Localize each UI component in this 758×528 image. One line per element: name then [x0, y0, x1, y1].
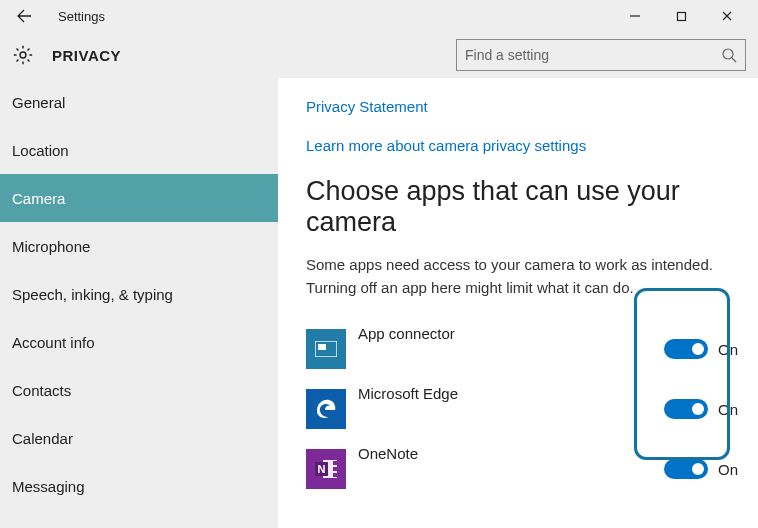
minimize-icon [629, 10, 641, 22]
sidebar: General Location Camera Microphone Speec… [0, 78, 278, 528]
sidebar-item-microphone[interactable]: Microphone [0, 222, 278, 270]
svg-line-4 [732, 58, 736, 62]
close-icon [721, 10, 733, 22]
gear-icon [12, 44, 34, 66]
sidebar-item-label: Messaging [12, 478, 85, 495]
sidebar-item-label: Location [12, 142, 69, 159]
onenote-icon: N [306, 449, 346, 489]
toggle-microsoft-edge[interactable] [664, 399, 708, 419]
svg-point-3 [723, 49, 733, 59]
sidebar-item-label: Calendar [12, 430, 73, 447]
toggle-label: On [718, 461, 738, 478]
sidebar-item-general[interactable]: General [0, 78, 278, 126]
svg-rect-9 [333, 467, 337, 471]
sidebar-item-calendar[interactable]: Calendar [0, 414, 278, 462]
header-row: PRIVACY [0, 32, 758, 78]
app-row-app-connector: App connector On [306, 319, 758, 379]
svg-text:N: N [318, 463, 326, 475]
maximize-button[interactable] [658, 0, 704, 32]
sidebar-item-label: General [12, 94, 65, 111]
sidebar-item-account-info[interactable]: Account info [0, 318, 278, 366]
search-box[interactable] [456, 39, 746, 71]
svg-rect-10 [333, 473, 337, 477]
sidebar-item-messaging[interactable]: Messaging [0, 462, 278, 510]
sidebar-item-label: Camera [12, 190, 65, 207]
svg-rect-1 [677, 12, 685, 20]
sidebar-item-label: Speech, inking, & typing [12, 286, 173, 303]
svg-rect-6 [318, 344, 326, 350]
learn-more-link[interactable]: Learn more about camera privacy settings [306, 137, 758, 154]
search-icon [721, 47, 737, 63]
close-button[interactable] [704, 0, 750, 32]
page-title: PRIVACY [52, 47, 121, 64]
back-button[interactable] [8, 0, 40, 32]
svg-rect-8 [333, 461, 337, 465]
search-input[interactable] [465, 47, 721, 63]
title-bar: Settings [0, 0, 758, 32]
app-name: App connector [358, 319, 664, 342]
edge-icon [306, 389, 346, 429]
window-title: Settings [58, 9, 105, 24]
arrow-left-icon [16, 8, 32, 24]
app-row-microsoft-edge: Microsoft Edge On [306, 379, 758, 439]
toggle-onenote[interactable] [664, 459, 708, 479]
sidebar-item-speech-inking-typing[interactable]: Speech, inking, & typing [0, 270, 278, 318]
sidebar-item-camera[interactable]: Camera [0, 174, 278, 222]
privacy-statement-link[interactable]: Privacy Statement [306, 98, 758, 115]
svg-point-2 [20, 52, 26, 58]
toggle-label: On [718, 341, 738, 358]
section-description: Some apps need access to your camera to … [306, 254, 758, 299]
toggle-app-connector[interactable] [664, 339, 708, 359]
toggle-label: On [718, 401, 738, 418]
maximize-icon [676, 11, 687, 22]
sidebar-item-location[interactable]: Location [0, 126, 278, 174]
sidebar-item-label: Microphone [12, 238, 90, 255]
sidebar-item-contacts[interactable]: Contacts [0, 366, 278, 414]
app-connector-icon [306, 329, 346, 369]
main-content: Privacy Statement Learn more about camer… [278, 78, 758, 528]
sidebar-item-label: Account info [12, 334, 95, 351]
app-name: OneNote [358, 439, 664, 462]
sidebar-item-label: Contacts [12, 382, 71, 399]
minimize-button[interactable] [612, 0, 658, 32]
app-row-onenote: N OneNote On [306, 439, 758, 499]
section-heading: Choose apps that can use your camera [306, 176, 758, 238]
app-name: Microsoft Edge [358, 379, 664, 402]
